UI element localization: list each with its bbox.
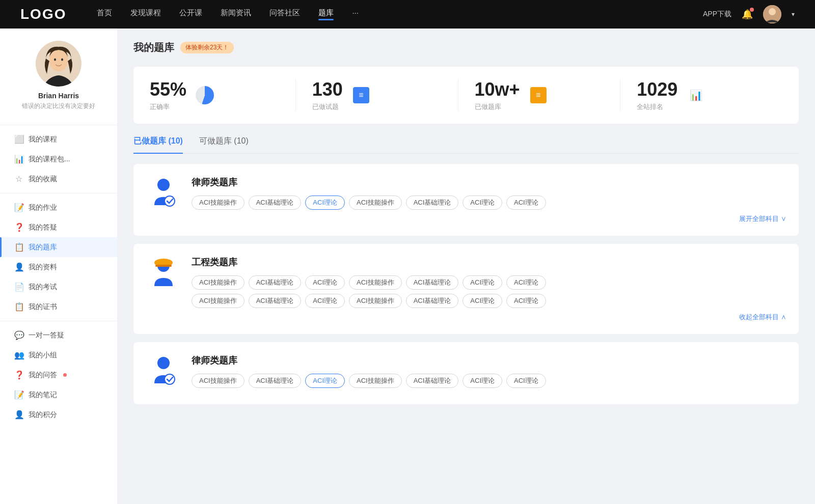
stat-done-banks-value: 10w+ <box>475 79 520 100</box>
eng-tag-2[interactable]: ACI理论 <box>305 275 345 290</box>
stat-done-banks-label: 已做题库 <box>475 102 520 111</box>
sidebar-item-homework[interactable]: 📝 我的作业 <box>0 198 117 217</box>
sidebar-label-notes: 我的笔记 <box>29 390 57 400</box>
collapse-link-engineer[interactable]: 收起全部科目 ∧ <box>739 313 786 321</box>
nav-bank[interactable]: 题库 <box>318 8 334 20</box>
sidebar-item-points[interactable]: 👤 我的积分 <box>0 405 117 425</box>
tag-3[interactable]: ACI技能操作 <box>349 195 402 210</box>
sidebar-item-notes[interactable]: 📝 我的笔记 <box>0 385 117 405</box>
l2-tag-3[interactable]: ACI技能操作 <box>349 374 402 388</box>
stat-ranking: 1029 全站排名 📊 <box>620 79 782 111</box>
sidebar-item-my-questions[interactable]: ❓ 我的问答 <box>0 365 117 385</box>
one-on-one-icon: 💬 <box>14 330 23 340</box>
sidebar-label-question-bank: 我的题库 <box>29 243 57 252</box>
notification-bell[interactable]: 🔔 <box>742 9 753 20</box>
l2-tag-0[interactable]: ACI技能操作 <box>192 374 244 388</box>
bank-tags-engineer-row1: ACI技能操作 ACI基础理论 ACI理论 ACI技能操作 ACI基础理论 AC… <box>192 275 786 290</box>
eng-tag-0[interactable]: ACI技能操作 <box>192 275 244 290</box>
lawyer-icon-1 <box>146 176 181 212</box>
avatar[interactable] <box>763 5 781 23</box>
sidebar-item-one-on-one[interactable]: 💬 一对一答疑 <box>0 325 117 345</box>
certificate-icon: 📋 <box>14 302 23 312</box>
nav-news[interactable]: 新闻资讯 <box>221 8 251 20</box>
sidebar-divider-2 <box>0 193 117 193</box>
svg-point-14 <box>165 374 175 384</box>
homework-icon: 📝 <box>14 203 23 212</box>
bank-tags-engineer-row2: ACI技能操作 ACI基础理论 ACI理论 ACI技能操作 ACI基础理论 AC… <box>192 294 786 308</box>
eng-tag-6[interactable]: ACI理论 <box>506 275 546 290</box>
sidebar-item-course-package[interactable]: 📊 我的课程包... <box>0 149 117 169</box>
sidebar-label-points: 我的积分 <box>29 410 57 419</box>
bank-name-engineer: 工程类题库 <box>192 256 786 268</box>
bank-header-engineer: 工程类题库 ACI技能操作 ACI基础理论 ACI理论 ACI技能操作 ACI基… <box>146 256 786 322</box>
stat-ranking-label: 全站排名 <box>637 102 677 111</box>
tab-done-banks[interactable]: 已做题库 (10) <box>133 136 183 154</box>
sidebar-label-my-questions: 我的问答 <box>29 371 57 380</box>
eng-tag-3[interactable]: ACI技能操作 <box>349 275 402 290</box>
nav-qa[interactable]: 问答社区 <box>269 8 300 20</box>
tag-4[interactable]: ACI基础理论 <box>406 195 459 210</box>
l2-tag-4[interactable]: ACI基础理论 <box>406 374 459 388</box>
eng-tag-r2-5[interactable]: ACI理论 <box>463 294 502 308</box>
bank-footer-lawyer-1: 展开全部科目 ∨ <box>192 214 786 223</box>
profile-avatar <box>36 41 82 87</box>
tag-2[interactable]: ACI理论 <box>305 195 345 210</box>
profile-section: Brian Harris 错误的决定比没有决定要好 <box>0 41 117 121</box>
sidebar-label-course: 我的课程 <box>29 135 57 144</box>
eng-tag-r2-0[interactable]: ACI技能操作 <box>192 294 244 308</box>
my-questions-icon: ❓ <box>14 370 23 380</box>
sidebar-item-profile-data[interactable]: 👤 我的资料 <box>0 257 117 277</box>
expand-link-lawyer-1[interactable]: 展开全部科目 ∨ <box>739 215 786 222</box>
l2-tag-6[interactable]: ACI理论 <box>506 374 546 388</box>
profile-motto: 错误的决定比没有决定要好 <box>10 102 107 110</box>
eng-tag-4[interactable]: ACI基础理论 <box>406 275 459 290</box>
svg-point-8 <box>165 196 175 206</box>
svg-point-6 <box>61 59 63 61</box>
profile-name: Brian Harris <box>10 92 107 100</box>
eng-tag-r2-2[interactable]: ACI理论 <box>305 294 345 308</box>
nav-more[interactable]: ··· <box>352 8 359 20</box>
l2-tag-5[interactable]: ACI理论 <box>463 374 502 388</box>
sidebar-item-certificate[interactable]: 📋 我的证书 <box>0 297 117 317</box>
tag-5[interactable]: ACI理论 <box>463 195 502 210</box>
logo: LOGO <box>20 6 66 22</box>
sidebar-item-course[interactable]: ⬜ 我的课程 <box>0 129 117 149</box>
sidebar-item-question-bank[interactable]: 📋 我的题库 <box>0 237 117 257</box>
stat-done-questions-value: 130 <box>312 79 343 100</box>
stat-done-banks-content: 10w+ 已做题库 <box>475 79 520 111</box>
course-icon: ⬜ <box>14 134 23 144</box>
eng-tag-r2-3[interactable]: ACI技能操作 <box>349 294 402 308</box>
sidebar-item-favorites[interactable]: ☆ 我的收藏 <box>0 169 117 189</box>
sidebar-item-exam[interactable]: 📄 我的考试 <box>0 277 117 297</box>
nav-discover[interactable]: 发现课程 <box>130 8 161 20</box>
bank-content-lawyer-1: 律师类题库 ACI技能操作 ACI基础理论 ACI理论 ACI技能操作 ACI基… <box>192 176 786 223</box>
tab-available-banks[interactable]: 可做题库 (10) <box>199 136 249 154</box>
sidebar-label-qa: 我的答疑 <box>29 223 57 232</box>
favorites-icon: ☆ <box>14 174 23 184</box>
l2-tag-1[interactable]: ACI基础理论 <box>249 374 302 388</box>
sidebar-label-certificate: 我的证书 <box>29 302 57 312</box>
l2-tag-2[interactable]: ACI理论 <box>305 374 345 388</box>
eng-tag-r2-1[interactable]: ACI基础理论 <box>249 294 302 308</box>
account-chevron[interactable]: ▾ <box>792 11 795 18</box>
doc-orange-icon: ≡ <box>530 87 547 103</box>
tag-1[interactable]: ACI基础理论 <box>249 195 302 210</box>
nav-home[interactable]: 首页 <box>97 8 112 20</box>
sidebar-item-qa[interactable]: ❓ 我的答疑 <box>0 217 117 237</box>
qa-icon: ❓ <box>14 222 23 232</box>
bank-name-lawyer-2: 律师类题库 <box>192 354 786 367</box>
eng-tag-r2-4[interactable]: ACI基础理论 <box>406 294 459 308</box>
nav-open-course[interactable]: 公开课 <box>179 8 202 20</box>
sidebar-divider-1 <box>0 125 117 125</box>
sidebar-item-group[interactable]: 👥 我的小组 <box>0 345 117 365</box>
nav-links: 首页 发现课程 公开课 新闻资讯 问答社区 题库 ··· <box>97 8 703 20</box>
eng-tag-r2-6[interactable]: ACI理论 <box>506 294 546 308</box>
app-download-btn[interactable]: APP下载 <box>703 10 731 19</box>
avatar-svg <box>36 41 82 87</box>
eng-tag-1[interactable]: ACI基础理论 <box>249 275 302 290</box>
ranking-icon: 📊 <box>686 85 706 105</box>
tag-6[interactable]: ACI理论 <box>506 195 546 210</box>
accuracy-icon <box>195 85 215 105</box>
eng-tag-5[interactable]: ACI理论 <box>463 275 502 290</box>
tag-0[interactable]: ACI技能操作 <box>192 195 244 210</box>
